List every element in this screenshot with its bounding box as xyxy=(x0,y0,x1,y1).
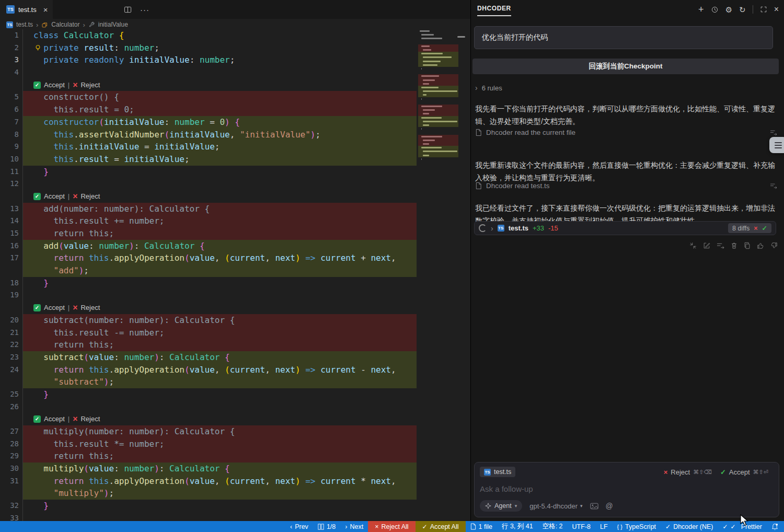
inline-accept-button[interactable]: Accept xyxy=(44,302,65,314)
assistant-message: 我先重新读取这个文件的最新内容，然后直接做一轮重构优化：主要会减少重复逻辑、补充… xyxy=(475,159,777,184)
file-count[interactable]: 1 file xyxy=(466,521,497,532)
thumbs-up-icon[interactable] xyxy=(757,242,764,249)
code-line: 7 constructor(initialValue: number = 0) … xyxy=(0,116,417,129)
delete-icon[interactable] xyxy=(731,242,737,249)
tool-call-read-test-ts[interactable]: Dhcoder read test.ts xyxy=(475,182,777,190)
tab-test-ts[interactable]: TS test.ts × xyxy=(0,0,53,19)
minimap[interactable] xyxy=(418,29,458,196)
floating-menu-button[interactable] xyxy=(769,137,784,153)
rules-toggle[interactable]: › 6 rules xyxy=(475,84,502,92)
mention-icon[interactable]: @ xyxy=(606,502,613,510)
line-number: 6 xyxy=(0,103,22,116)
line-number xyxy=(0,79,22,91)
insert-to-file-icon[interactable] xyxy=(717,242,724,249)
inline-accept-button[interactable]: Accept xyxy=(44,190,65,203)
notifications-bell[interactable] xyxy=(767,521,783,532)
reject-all-icon[interactable]: × xyxy=(754,225,757,232)
prev-diff-button[interactable]: ‹ Prev xyxy=(285,521,313,532)
line-number xyxy=(0,264,22,277)
insert-output-icon[interactable] xyxy=(770,183,777,189)
editor-pane: TS test.ts × ··· TS test.ts › Calculator… xyxy=(0,0,470,521)
chevron-right-icon: › xyxy=(36,21,38,29)
input-context-row: TS test.ts × Reject ⌘⇧⌫ ✓ Accept ⌘⇧⏎ xyxy=(480,467,774,477)
minimap-line xyxy=(418,157,458,161)
lightbulb-icon[interactable] xyxy=(34,44,41,51)
breadcrumb-member[interactable]: initialValue xyxy=(98,21,128,28)
minimap-line xyxy=(418,127,458,131)
line-number: 9 xyxy=(0,141,22,153)
copy-icon[interactable] xyxy=(744,242,751,249)
thumbs-down-icon[interactable] xyxy=(770,242,778,249)
accept-button[interactable]: Accept xyxy=(729,468,750,476)
agent-mode-selector[interactable]: Agent ▾ xyxy=(480,500,522,512)
panel-title-tab[interactable]: DHCODER xyxy=(477,5,511,16)
expand-panel-icon[interactable] xyxy=(760,6,767,13)
close-panel-icon[interactable]: × xyxy=(774,5,779,14)
more-actions-icon[interactable]: ··· xyxy=(140,6,149,14)
next-diff-button[interactable]: › Next xyxy=(340,521,368,532)
code-line: 30 multiply(value: number): Calculator { xyxy=(0,462,417,475)
split-editor-icon[interactable] xyxy=(124,6,132,14)
edit-icon[interactable] xyxy=(703,242,710,249)
minimap-line xyxy=(418,101,458,105)
encoding-setting[interactable]: UTF-8 xyxy=(568,521,595,532)
changed-file-row[interactable]: › TS test.ts +33 -15 8 diffs × ✓ xyxy=(474,221,776,235)
typescript-file-icon: TS xyxy=(6,21,13,28)
diff-counter[interactable]: 1/8 xyxy=(313,521,340,532)
chat-input-area[interactable]: TS test.ts × Reject ⌘⇧⌫ ✓ Accept ⌘⇧⏎ Ask… xyxy=(474,462,779,517)
breadcrumb-file[interactable]: test.ts xyxy=(16,21,33,28)
context-file-chip[interactable]: TS test.ts xyxy=(480,467,515,477)
diff-panes-icon xyxy=(318,524,324,530)
code-line: 25 } xyxy=(0,388,417,401)
code-line: 15 return this; xyxy=(0,227,417,240)
chevron-right-icon: › xyxy=(491,224,493,233)
close-tab-icon[interactable]: × xyxy=(43,5,48,14)
accept-all-icon[interactable]: ✓ xyxy=(762,224,767,232)
accept-all-button[interactable]: ✓ Accept All xyxy=(416,521,466,532)
tool-call-read-file[interactable]: Dhcoder read the current file xyxy=(475,129,777,136)
code-line: 16 add(value: number): Calculator { xyxy=(0,240,417,252)
inline-diff-widget: ✓Accept|×Reject xyxy=(0,79,417,91)
line-number: 2 xyxy=(0,42,22,54)
reject-all-button[interactable]: × Reject All xyxy=(368,521,415,532)
chevron-left-icon: ‹ xyxy=(290,523,292,530)
inline-accept-button[interactable]: Accept xyxy=(44,79,65,91)
model-selector[interactable]: gpt-5.4-dhcoder ▾ xyxy=(529,502,582,510)
code-area[interactable]: 1class Calculator {2 private result: num… xyxy=(0,29,417,521)
history-icon[interactable] xyxy=(711,6,719,14)
divider xyxy=(753,5,753,14)
status-bar: ‹ Prev 1/8 › Next × Reject All ✓ Accept … xyxy=(0,521,784,532)
inline-reject-button[interactable]: Reject xyxy=(80,79,100,91)
inline-reject-button[interactable]: Reject xyxy=(80,302,100,314)
code-line: 18 } xyxy=(0,277,417,290)
inline-reject-button[interactable]: Reject xyxy=(80,413,100,425)
line-number: 1 xyxy=(0,29,22,42)
reject-button[interactable]: Reject xyxy=(671,468,690,476)
check-icon: ✓ xyxy=(422,523,428,530)
language-mode[interactable]: { } TypeScript xyxy=(613,521,661,532)
code-line: 24 return this.applyOperation(value, (cu… xyxy=(0,364,417,376)
rules-label: 6 rules xyxy=(482,84,502,92)
settings-gear-icon[interactable]: ⚙ xyxy=(725,6,732,14)
cursor-position[interactable]: 行 3, 列 41 xyxy=(497,521,538,532)
eol-setting[interactable]: LF xyxy=(595,521,613,532)
scrollbar-handle[interactable] xyxy=(457,36,465,38)
attach-image-icon[interactable] xyxy=(590,503,598,510)
indentation-setting[interactable]: 空格: 2 xyxy=(538,521,568,532)
dhcoder-status[interactable]: ✓ Dhcoder (NE) xyxy=(661,521,718,532)
diff-file-name: test.ts xyxy=(509,224,528,232)
code-line: 13 add(number: number): Calculator { xyxy=(0,203,417,215)
document-icon xyxy=(475,129,482,136)
minimap-line xyxy=(418,60,458,63)
inline-reject-button[interactable]: Reject xyxy=(80,190,100,203)
line-number xyxy=(0,376,22,388)
breadcrumb-class[interactable]: Calculator xyxy=(51,21,79,28)
mouse-cursor xyxy=(740,514,751,527)
chat-input-placeholder[interactable]: Ask a follow-up xyxy=(480,484,774,493)
collapse-icon[interactable] xyxy=(689,242,697,249)
new-chat-icon[interactable]: + xyxy=(698,5,704,14)
refresh-icon[interactable]: ↻ xyxy=(739,6,746,14)
inline-accept-button[interactable]: Accept xyxy=(44,413,65,425)
rollback-checkpoint-button[interactable]: 回滚到当前Checkpoint xyxy=(472,59,779,74)
insert-output-icon[interactable] xyxy=(770,130,777,136)
